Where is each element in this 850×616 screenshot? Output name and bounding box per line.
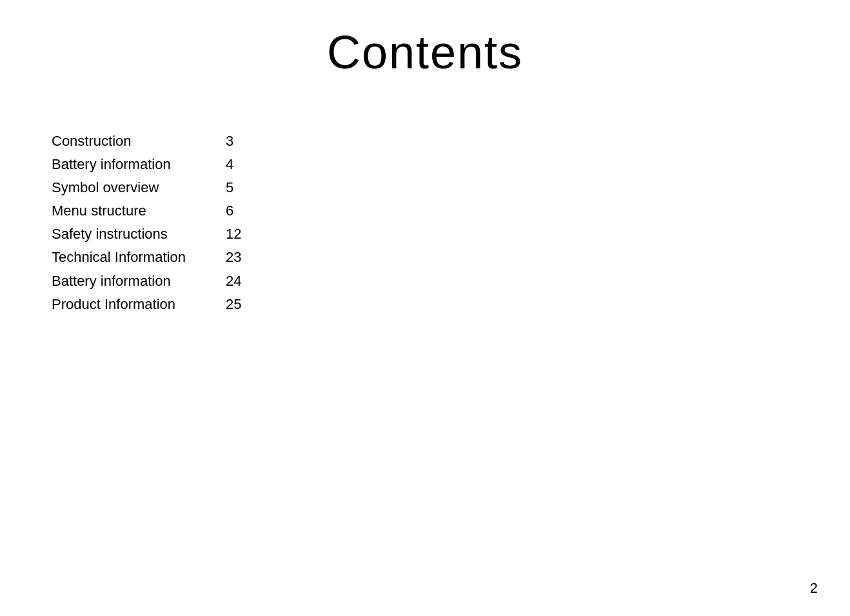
toc-row: Battery information24 [52,270,811,292]
page-container: Contents Construction3Battery informatio… [0,0,850,616]
toc-item-page: 4 [226,154,233,175]
toc-row: Product Information25 [52,293,811,315]
page-number: 2 [810,580,818,597]
toc-item-page: 12 [226,223,241,245]
toc-item-page: 5 [226,177,233,199]
toc-row: Construction3 [52,130,811,152]
toc-table: Construction3Battery information4Symbol … [52,130,811,315]
toc-item-label: Menu structure [52,200,219,222]
toc-row: Symbol overview5 [52,177,811,199]
toc-row: Battery information4 [52,154,811,175]
toc-item-page: 25 [226,293,241,315]
toc-item-label: Safety instructions [52,223,219,245]
toc-item-page: 24 [226,270,241,292]
toc-item-page: 3 [226,130,233,152]
toc-row: Safety instructions12 [52,223,811,245]
toc-item-label: Battery information [52,270,219,292]
toc-item-label: Symbol overview [52,177,219,199]
toc-row: Technical Information23 [52,246,811,268]
toc-row: Menu structure6 [52,200,811,222]
toc-item-label: Construction [52,130,219,152]
toc-item-page: 6 [226,200,233,222]
toc-item-label: Technical Information [52,246,219,268]
toc-item-label: Battery information [52,154,219,175]
toc-item-label: Product Information [52,293,219,315]
page-title: Contents [39,26,811,79]
toc-item-page: 23 [226,246,241,268]
